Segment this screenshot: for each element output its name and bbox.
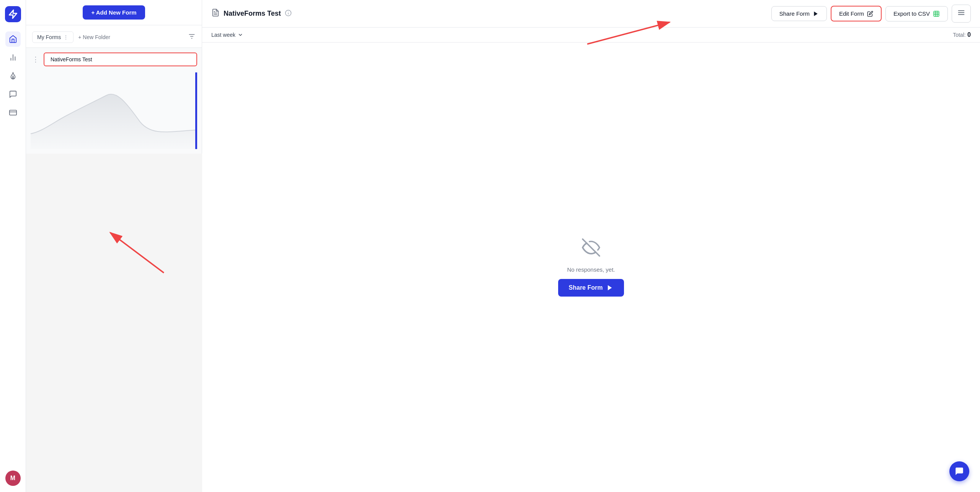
export-csv-label: Export to CSV xyxy=(893,10,930,17)
filter-row: Last week Total: 0 xyxy=(202,28,980,43)
sidebar: M xyxy=(0,0,26,492)
form-item-label[interactable]: NativeForms Test xyxy=(44,52,197,66)
form-list-item: ⋮ NativeForms Test xyxy=(31,52,197,66)
no-responses-icon xyxy=(582,238,600,260)
share-form-button[interactable]: Share Form xyxy=(771,6,827,21)
new-folder-button[interactable]: + New Folder xyxy=(78,34,110,40)
add-new-form-button[interactable]: + Add New Form xyxy=(83,5,145,20)
date-filter-dropdown[interactable]: Last week xyxy=(211,32,243,38)
svg-marker-24 xyxy=(608,285,612,290)
filter-icon-button[interactable] xyxy=(188,33,196,42)
my-forms-dropdown[interactable]: My Forms ⋮ xyxy=(32,31,74,43)
share-form-main-label: Share Form xyxy=(569,284,603,291)
export-csv-button[interactable]: Export to CSV xyxy=(885,6,948,21)
my-forms-dots-icon: ⋮ xyxy=(63,34,69,40)
svg-rect-16 xyxy=(934,11,939,16)
form-title-area: NativeForms Test xyxy=(211,8,765,19)
sidebar-item-chat[interactable] xyxy=(5,87,21,102)
share-btn-arrow-icon xyxy=(606,284,613,291)
form-title: NativeForms Test xyxy=(224,10,281,18)
edit-form-label: Edit Form xyxy=(839,10,864,17)
form-item-dots-icon[interactable]: ⋮ xyxy=(31,54,41,65)
empty-state: No responses, yet. Share Form xyxy=(202,43,980,492)
sidebar-item-home[interactable] xyxy=(5,31,21,47)
forms-chart-area xyxy=(31,72,197,149)
form-icon xyxy=(211,8,220,19)
user-avatar[interactable]: M xyxy=(5,471,21,486)
forms-panel-header-left: My Forms ⋮ + New Folder xyxy=(32,31,110,43)
blue-vertical-line xyxy=(195,72,197,149)
main-header: NativeForms Test Share Form Edit Form xyxy=(202,0,980,28)
header-actions: Share Form Edit Form Export to CSV xyxy=(771,5,971,23)
share-form-label: Share Form xyxy=(779,10,810,17)
total-count-area: Total: 0 xyxy=(953,31,971,38)
sidebar-item-fire[interactable] xyxy=(5,68,21,84)
app-logo[interactable] xyxy=(5,6,21,22)
svg-line-9 xyxy=(110,233,164,273)
total-value: 0 xyxy=(967,31,971,38)
forms-panel: + Add New Form My Forms ⋮ + New Folder xyxy=(26,0,202,154)
info-icon[interactable] xyxy=(285,10,292,18)
my-forms-label: My Forms xyxy=(37,34,61,40)
no-responses-text: No responses, yet. xyxy=(567,266,615,273)
svg-rect-3 xyxy=(9,110,16,115)
date-filter-label: Last week xyxy=(211,32,235,38)
hamburger-button[interactable] xyxy=(952,5,971,23)
chevron-down-icon xyxy=(238,32,243,38)
main-content: NativeForms Test Share Form Edit Form xyxy=(202,0,980,492)
forms-list: ⋮ NativeForms Test xyxy=(26,48,202,154)
forms-panel-toolbar: My Forms ⋮ + New Folder xyxy=(26,25,202,48)
share-form-main-button[interactable]: Share Form xyxy=(558,279,624,297)
chat-bubble-button[interactable] xyxy=(949,461,969,481)
svg-marker-15 xyxy=(814,11,817,16)
sidebar-item-analytics[interactable] xyxy=(5,50,21,65)
edit-form-button[interactable]: Edit Form xyxy=(831,6,882,21)
sidebar-item-card[interactable] xyxy=(5,105,21,120)
total-label: Total: xyxy=(953,32,965,38)
